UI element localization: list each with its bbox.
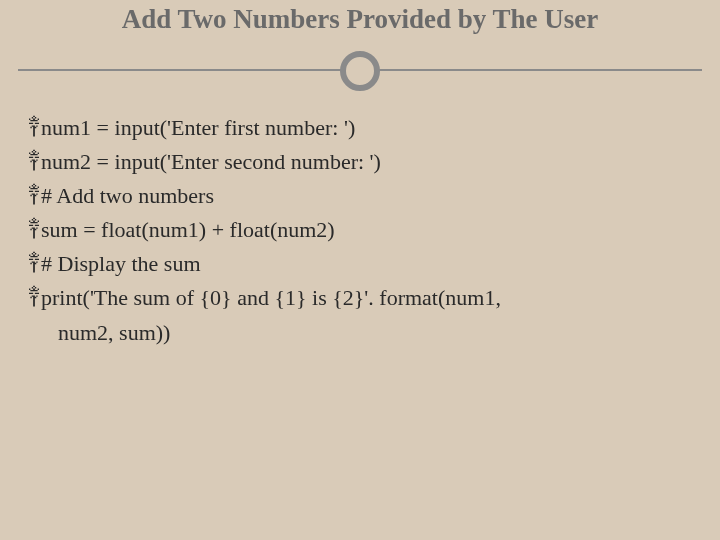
- list-item: ༒ sum = float(num1) + float(num2): [28, 213, 692, 247]
- bullet-icon: ༒: [28, 179, 39, 213]
- code-line: sum = float(num1) + float(num2): [41, 213, 692, 247]
- bullet-icon: ༒: [28, 111, 39, 145]
- bullet-icon: ༒: [28, 281, 39, 315]
- code-line: # Add two numbers: [41, 179, 692, 213]
- bullet-icon: ༒: [28, 247, 39, 281]
- code-line: num1 = input('Enter first number: '): [41, 111, 692, 145]
- slide-title: Add Two Numbers Provided by The User: [0, 4, 720, 45]
- list-item: ༒ # Add two numbers: [28, 179, 692, 213]
- list-item: ༒ num2 = input('Enter second number: '): [28, 145, 692, 179]
- code-line: print('The sum of {0} and {1} is {2}'. f…: [41, 281, 692, 315]
- divider: [0, 47, 720, 93]
- list-item: ༒ print('The sum of {0} and {1} is {2}'.…: [28, 281, 692, 315]
- divider-circle-icon: [340, 51, 380, 91]
- list-item: ༒ num1 = input('Enter first number: '): [28, 111, 692, 145]
- content-area: ༒ num1 = input('Enter first number: ') ༒…: [0, 93, 720, 350]
- title-area: Add Two Numbers Provided by The User: [0, 0, 720, 45]
- bullet-icon: ༒: [28, 145, 39, 179]
- code-line-continuation: num2, sum)): [28, 316, 692, 350]
- slide: Add Two Numbers Provided by The User ༒ n…: [0, 0, 720, 540]
- bullet-icon: ༒: [28, 213, 39, 247]
- code-line: num2 = input('Enter second number: '): [41, 145, 692, 179]
- list-item: ༒ # Display the sum: [28, 247, 692, 281]
- code-line: # Display the sum: [41, 247, 692, 281]
